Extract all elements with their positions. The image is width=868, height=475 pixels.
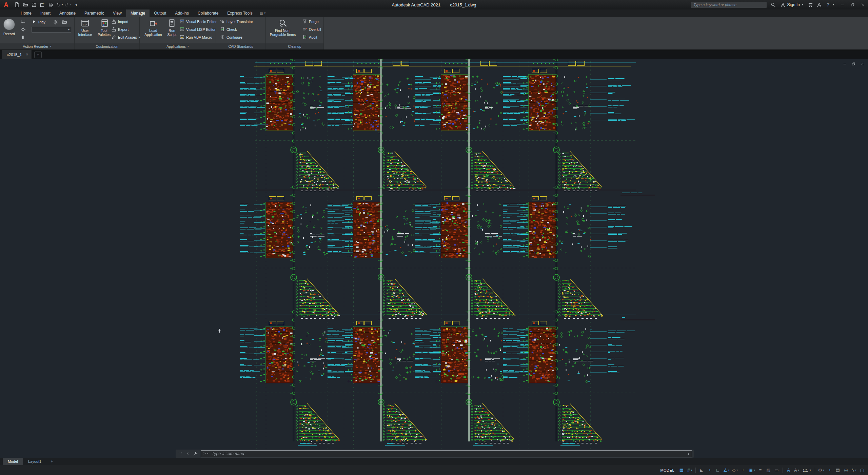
clean-screen-icon[interactable]: ▢ xyxy=(859,466,866,474)
lineweight-icon[interactable]: ≡ xyxy=(757,466,764,474)
command-line-close-icon[interactable]: × xyxy=(185,451,191,456)
model-tab[interactable]: Model xyxy=(3,458,23,465)
undo-icon[interactable]: ▾ xyxy=(55,1,63,8)
workspace-icon[interactable]: ⚙▾ xyxy=(817,466,825,474)
visual-lisp-editor-button[interactable]: Visual LISP Editor xyxy=(180,26,216,33)
redo-icon[interactable]: ▾ xyxy=(64,1,72,8)
annotation-monitor-icon[interactable]: + xyxy=(826,466,833,474)
purge-button[interactable]: Purge xyxy=(302,18,319,25)
search-icon[interactable] xyxy=(769,1,777,9)
new-drawing-tab-button[interactable]: + xyxy=(34,52,42,58)
recent-commands-icon[interactable]: ▴ xyxy=(688,452,689,455)
ribbon-tab-output[interactable]: Output xyxy=(150,9,171,17)
ribbon-tab-add-ins[interactable]: Add-ins xyxy=(171,9,193,17)
manage-macros-button[interactable] xyxy=(53,19,58,25)
minimize-button[interactable] xyxy=(837,0,848,9)
file-tab-c2015_1[interactable]: c2015_1× xyxy=(2,50,32,59)
run-script-button[interactable]: Run Script xyxy=(164,18,180,37)
quick-properties-icon[interactable]: ▤ xyxy=(834,466,842,474)
edit-aliases-button[interactable]: Edit Aliases ▾ xyxy=(111,34,140,41)
sign-in-button[interactable]: Sign In ▾ xyxy=(777,1,806,9)
graphics-performance-icon[interactable]: ϟ▾ xyxy=(850,466,858,474)
layer-translator-button[interactable]: Layer Translator xyxy=(220,18,253,25)
qat-customize-icon[interactable]: ▾ xyxy=(72,1,80,8)
open-file-icon[interactable] xyxy=(21,1,29,8)
ortho-mode-icon[interactable]: ∟ xyxy=(714,466,722,474)
record-button[interactable] xyxy=(3,19,15,30)
doc-minimize-button[interactable] xyxy=(842,61,847,66)
find-non-purgeable-button[interactable]: Find Non-Purgeable Items xyxy=(267,18,298,37)
doc-restore-button[interactable] xyxy=(851,61,856,66)
isodraft-icon[interactable]: ◇▾ xyxy=(731,466,739,474)
maximize-button[interactable] xyxy=(848,0,858,9)
autodesk-account-icon[interactable] xyxy=(815,1,824,9)
autoscale-icon[interactable]: A▾ xyxy=(793,466,801,474)
isolate-objects-icon[interactable]: ◎ xyxy=(842,466,850,474)
close-button[interactable] xyxy=(858,0,868,9)
command-line-customize-icon[interactable] xyxy=(193,451,198,456)
panel-label-action-recorder[interactable]: Action Recorder ▾ xyxy=(0,43,74,50)
ribbon-tab-express-tools[interactable]: Express Tools xyxy=(223,9,257,17)
visual-basic-editor-button[interactable]: Visual Basic Editor xyxy=(180,18,217,25)
import-button[interactable]: Import xyxy=(111,18,129,25)
audit-button[interactable]: Audit xyxy=(302,34,317,41)
doc-close-button[interactable] xyxy=(860,61,865,66)
annotation-scale-button[interactable]: 1:1 ▾ xyxy=(801,468,813,472)
panel-label-applications[interactable]: Applications ▾ xyxy=(140,43,216,50)
polar-tracking-icon[interactable]: ∠▾ xyxy=(722,466,730,474)
layout1-tab[interactable]: Layout1 xyxy=(23,458,46,465)
tool-palettes-button[interactable]: Tool Palettes xyxy=(95,18,113,37)
insert-base-point-button[interactable] xyxy=(20,26,26,33)
ribbon-tab-insert[interactable]: Insert xyxy=(36,9,55,17)
model-space-button[interactable]: MODEL xyxy=(657,468,678,472)
overkill-button[interactable]: Overkill xyxy=(302,26,321,33)
ribbon-display-toggle[interactable]: ▤ ▾ xyxy=(260,9,265,17)
insert-message-button[interactable] xyxy=(20,18,26,25)
run-vba-macro-button[interactable]: Run VBA Macro xyxy=(180,34,212,41)
ribbon-tab-collaborate[interactable]: Collaborate xyxy=(193,9,223,17)
selection-cycling-icon[interactable]: ▭ xyxy=(773,466,781,474)
transparency-icon[interactable]: ▨ xyxy=(765,466,772,474)
user-interface-button[interactable]: CUI User Interface xyxy=(76,18,94,37)
save-as-icon[interactable] xyxy=(38,1,46,8)
new-file-icon[interactable] xyxy=(13,1,21,8)
ribbon-tab-home[interactable]: Home xyxy=(16,9,36,17)
play-button[interactable]: Play xyxy=(31,19,45,25)
command-input[interactable]: > ▾ Type a command ▴ xyxy=(201,450,692,457)
command-line-dock[interactable]: ⋮⋮ × > ▾ Type a command ▴ xyxy=(176,450,694,458)
new-layout-button[interactable]: + xyxy=(48,458,55,464)
macro-select[interactable]: ▾ xyxy=(31,27,71,33)
ribbon-tab-view[interactable]: View xyxy=(108,9,126,17)
command-line-grip[interactable]: ⋮⋮ xyxy=(177,452,183,456)
save-icon[interactable] xyxy=(30,1,38,8)
find-non-purgeable-icon xyxy=(278,19,287,27)
check-button[interactable]: Check xyxy=(220,26,237,33)
load-application-button[interactable]: Load Application xyxy=(142,18,164,37)
annotation-visibility-icon[interactable]: A xyxy=(785,466,792,474)
infer-constraints-icon[interactable]: ◣ xyxy=(698,466,705,474)
command-prompt-chip[interactable]: > ▾ xyxy=(203,452,209,456)
ribbon-tab-parametric[interactable]: Parametric xyxy=(80,9,108,17)
help-icon[interactable]: ? xyxy=(824,1,832,9)
app-store-icon[interactable] xyxy=(806,1,815,9)
title-bar: A ▾▾▾ Autodesk AutoCAD 2021 c2015_1.dwg … xyxy=(0,0,868,9)
help-dropdown-icon[interactable]: ▾ xyxy=(833,3,834,6)
ribbon-tab-manage[interactable]: Manage xyxy=(126,9,150,17)
plot-icon[interactable] xyxy=(47,1,55,8)
drawing-canvas[interactable] xyxy=(0,59,868,458)
object-snap-tracking-icon[interactable]: + xyxy=(739,466,747,474)
grid-icon[interactable]: ▦ xyxy=(678,466,685,474)
export-button[interactable]: Export xyxy=(111,26,129,33)
ribbon-tab-annotate[interactable]: Annotate xyxy=(55,9,80,17)
preference-button[interactable] xyxy=(62,19,67,25)
run-vba-macro-icon xyxy=(180,35,184,40)
pause-button[interactable] xyxy=(20,34,26,41)
autocad-logo-icon[interactable]: A xyxy=(2,1,10,9)
object-snap-icon[interactable]: ▣▾ xyxy=(748,466,756,474)
dynamic-input-icon[interactable]: + xyxy=(706,466,713,474)
file-tab-bar: c2015_1× + xyxy=(0,50,868,59)
snap-mode-icon[interactable]: #▾ xyxy=(686,466,693,474)
search-input[interactable]: Type a keyword or phrase xyxy=(691,2,767,8)
file-tab-close-icon[interactable]: × xyxy=(26,52,28,57)
configure-button[interactable]: Configure xyxy=(220,34,242,41)
